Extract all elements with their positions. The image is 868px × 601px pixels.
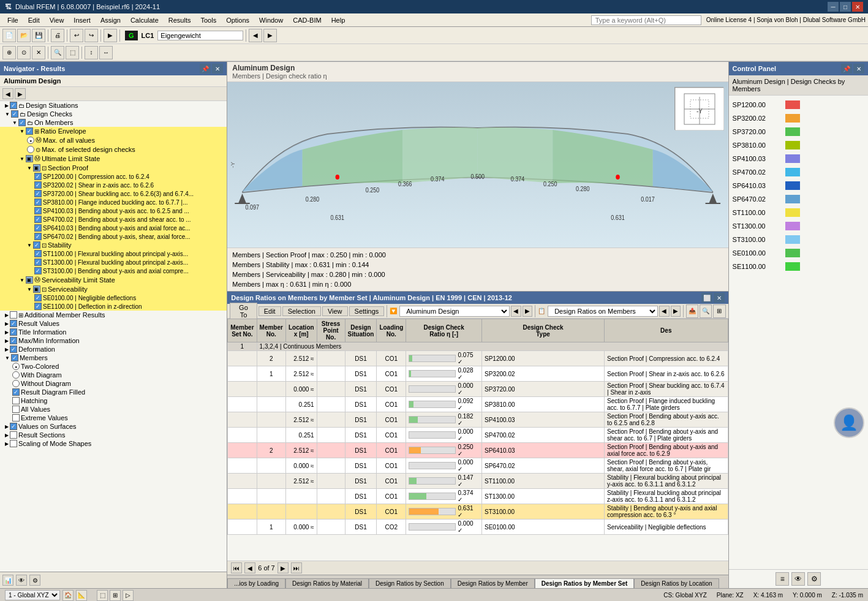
menu-window[interactable]: Window bbox=[254, 15, 288, 25]
bb-view2[interactable]: ⊞ bbox=[110, 590, 121, 601]
cb-ratio-envelope[interactable]: ✓ bbox=[26, 127, 33, 135]
title-bar-controls[interactable]: ─ □ ✕ bbox=[828, 2, 863, 12]
tree-st1300[interactable]: ✓ ST1300.00 | Flexural buckling about pr… bbox=[0, 258, 227, 266]
tree-design-situations[interactable]: ▶ ✓ 🗀 Design Situations bbox=[0, 101, 227, 110]
radio-without-diagram[interactable] bbox=[12, 380, 20, 387]
radio-two-colored[interactable] bbox=[12, 363, 20, 370]
cb-hatching[interactable] bbox=[12, 397, 20, 404]
nav-pin-btn[interactable]: 📌 bbox=[200, 64, 211, 74]
table-row[interactable]: 2.512 ≈ DS1 CO1 0.147 ✓ ST1100.00 bbox=[228, 474, 728, 489]
cb-sp4100[interactable]: ✓ bbox=[34, 207, 42, 214]
tree-sp6410[interactable]: ✓ SP6410.03 | Bending about y-axis and a… bbox=[0, 224, 227, 232]
keyword-search[interactable] bbox=[591, 15, 701, 25]
bb-btn2[interactable]: 📐 bbox=[76, 590, 87, 601]
tool3[interactable]: ✕ bbox=[32, 46, 45, 59]
tree-ratio-envelope[interactable]: ▼ ✓ ⊞ Ratio Envelope bbox=[0, 127, 227, 135]
load-case-input[interactable] bbox=[157, 31, 243, 40]
results-close-btn[interactable]: ✕ bbox=[714, 293, 725, 303]
tree-sls[interactable]: ▼ ▣ Ⓜ Serviceability Limit State bbox=[0, 275, 227, 285]
cb-st1100[interactable]: ✓ bbox=[34, 250, 42, 257]
table-row[interactable]: 2 2.512 ≈ DS1 CO1 0.250 ✓ SP bbox=[228, 443, 728, 458]
nav-forward-btn[interactable]: ▶ bbox=[15, 88, 26, 99]
nav-icon-2[interactable]: 👁 bbox=[16, 575, 27, 586]
ratios-dropdown[interactable]: Design Ratios on Members bbox=[548, 306, 658, 317]
cb-on-members[interactable]: ✓ bbox=[18, 119, 26, 126]
first-page-btn[interactable]: ⏮ bbox=[231, 562, 242, 573]
results-expand-btn[interactable]: ⬜ bbox=[701, 293, 712, 303]
next-design-btn[interactable]: ▶ bbox=[523, 306, 533, 317]
tree-sp4700[interactable]: ✓ SP4700.02 | Bending about y-axis and s… bbox=[0, 215, 227, 224]
tree-serviceability[interactable]: ▼ ▣ ⊡ Serviceability bbox=[0, 285, 227, 293]
tab-material[interactable]: Design Ratios by Material bbox=[285, 578, 369, 588]
tree-st1100[interactable]: ✓ ST1100.00 | Flexural buckling about pr… bbox=[0, 249, 227, 258]
cb-design-checks[interactable]: ✓ bbox=[11, 110, 18, 118]
tree-with-diagram[interactable]: With Diagram bbox=[0, 371, 227, 379]
tree-stability[interactable]: ▼ ✓ ⊡ Stability bbox=[0, 241, 227, 249]
export-btn[interactable]: 📤 bbox=[686, 304, 698, 318]
goto-btn[interactable]: Go To bbox=[230, 303, 257, 320]
tree-deformation[interactable]: ▶ ✓ Deformation bbox=[0, 345, 227, 353]
tab-member-set[interactable]: Design Ratios by Member Set bbox=[535, 578, 635, 588]
tree-add-member-results[interactable]: ▶ ⊞ Additional Member Results bbox=[0, 311, 227, 319]
tab-loading[interactable]: ...ios by Loading bbox=[227, 578, 285, 588]
tree-all-values[interactable]: All Values bbox=[0, 405, 227, 414]
tab-section[interactable]: Design Ratios by Section bbox=[369, 578, 451, 588]
minimize-button[interactable]: ─ bbox=[828, 2, 839, 12]
cp-eye-btn[interactable]: 👁 bbox=[791, 572, 805, 586]
menu-options[interactable]: Options bbox=[221, 15, 254, 25]
tree-max-selected[interactable]: ⊙ Max. of selected design checks bbox=[0, 145, 227, 154]
tree-maxmin[interactable]: ▶ ✓ Max/Min Information bbox=[0, 336, 227, 345]
filter-btn[interactable]: 🔍 bbox=[700, 304, 712, 318]
cb-sp3720[interactable]: ✓ bbox=[34, 190, 42, 197]
maximize-button[interactable]: □ bbox=[840, 2, 851, 12]
open-btn[interactable]: 📂 bbox=[17, 29, 31, 42]
close-button[interactable]: ✕ bbox=[852, 2, 863, 12]
cb-surfaces[interactable]: ✓ bbox=[10, 423, 17, 430]
tool2[interactable]: ⊙ bbox=[17, 46, 31, 59]
cb-design-situations[interactable]: ✓ bbox=[10, 102, 17, 109]
table-row[interactable]: 0.251 DS1 CO1 0.000 ✓ SP4700.02 bbox=[228, 428, 728, 443]
menu-edit[interactable]: Edit bbox=[23, 15, 45, 25]
view-btn-2[interactable]: ▶ bbox=[263, 29, 277, 42]
results-table-container[interactable]: MemberSet No. MemberNo. Locationx [m] St… bbox=[227, 319, 728, 561]
menu-tools[interactable]: Tools bbox=[195, 15, 221, 25]
global-xyz-select[interactable]: 1 - Global XYZ bbox=[5, 590, 60, 600]
tree-mode-shapes[interactable]: ▶ Scaling of Mode Shapes bbox=[0, 439, 227, 448]
cb-result-sections[interactable] bbox=[10, 431, 17, 439]
cb-sp6410[interactable]: ✓ bbox=[34, 224, 42, 232]
viewport-3d[interactable]: 0.097 0.280 0.250 0.366 0.374 0.500 0.37… bbox=[227, 82, 728, 248]
cb-add[interactable] bbox=[10, 311, 17, 319]
edit-btn[interactable]: Edit bbox=[259, 306, 281, 316]
tab-location[interactable]: Design Ratios by Location bbox=[634, 578, 719, 588]
tool7[interactable]: ↔ bbox=[99, 46, 113, 59]
table-row[interactable]: DS1 CO1 0.631 ✓ ST3100.00 Stability | Be… bbox=[228, 504, 728, 520]
menu-cad-bim[interactable]: CAD-BIM bbox=[288, 15, 326, 25]
cb-sp3810[interactable]: ✓ bbox=[34, 198, 42, 206]
tree-uls[interactable]: ▼ ▣ Ⓜ Ultimate Limit State bbox=[0, 154, 227, 164]
print-btn[interactable]: 🖨 bbox=[51, 29, 64, 42]
cp-pin-btn[interactable]: 📌 bbox=[841, 64, 852, 74]
bb-view3[interactable]: ▷ bbox=[123, 590, 134, 601]
save-btn[interactable]: 💾 bbox=[32, 29, 45, 42]
cp-settings-btn[interactable]: ⚙ bbox=[807, 572, 821, 586]
cb-se0100[interactable]: ✓ bbox=[34, 294, 42, 301]
view-btn-1[interactable]: ◀ bbox=[249, 29, 262, 42]
bb-view1[interactable]: ⬚ bbox=[97, 590, 108, 601]
prev-page-btn[interactable]: ◀ bbox=[244, 562, 255, 573]
tree-two-colored[interactable]: Two-Colored bbox=[0, 362, 227, 371]
cb-stability[interactable]: ✓ bbox=[33, 241, 40, 249]
table-row[interactable]: 0.000 ≈ DS1 CO1 0.000 ✓ SP6470.02 bbox=[228, 458, 728, 474]
tool5[interactable]: ⬚ bbox=[66, 46, 79, 59]
tree-result-filled[interactable]: ✓ Result Diagram Filled bbox=[0, 388, 227, 396]
cb-sp4700[interactable]: ✓ bbox=[34, 216, 42, 223]
cb-members[interactable]: ✓ bbox=[11, 354, 18, 361]
prev-table-btn[interactable]: ◀ bbox=[659, 306, 670, 317]
tree-result-sections[interactable]: ▶ Result Sections bbox=[0, 431, 227, 439]
menu-results[interactable]: Results bbox=[164, 15, 196, 25]
cb-maxmin[interactable]: ✓ bbox=[10, 337, 17, 344]
nav-back-btn[interactable]: ◀ bbox=[2, 88, 13, 99]
tree-sp3720[interactable]: ✓ SP3720.00 | Shear buckling acc. to 6.2… bbox=[0, 189, 227, 198]
tree-design-checks[interactable]: ▼ ✓ 🗀 Design Checks bbox=[0, 110, 227, 118]
cb-st3100[interactable]: ✓ bbox=[34, 267, 42, 274]
cb-extreme-values[interactable] bbox=[12, 414, 20, 421]
